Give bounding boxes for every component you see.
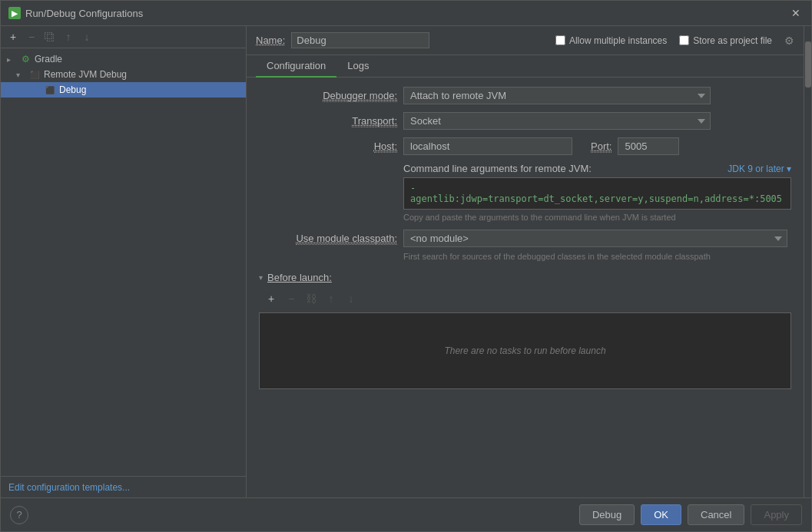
module-classpath-select[interactable]: <no module>: [403, 230, 787, 247]
config-header: Name: Allow multiple instances Store as …: [247, 26, 804, 55]
help-button[interactable]: ?: [10, 506, 28, 524]
tab-logs[interactable]: Logs: [336, 55, 379, 78]
sidebar-label-gradle: Gradle: [35, 54, 62, 64]
collapse-arrow-icon: ▾: [259, 273, 263, 282]
run-debug-configurations-dialog: ▶ Run/Debug Configurations ✕ + − ⿻ ↑ ↓ ▸…: [0, 0, 812, 532]
debugger-mode-select[interactable]: Attach to remote JVM: [403, 87, 711, 104]
configuration-panel: Debugger mode: Attach to remote JVM Tran…: [247, 78, 804, 497]
before-launch-section: ▾ Before launch: + − ⛓ ↑ ↓ There are no …: [259, 272, 791, 389]
host-label: Host:: [259, 140, 397, 152]
sidebar-toolbar: + − ⿻ ↑ ↓: [1, 26, 246, 48]
cmd-args-value: -agentlib:jdwp=transport=dt_socket,serve…: [410, 183, 782, 204]
before-launch-header[interactable]: ▾ Before launch:: [259, 272, 791, 283]
expand-arrow-remote-jvm: ▾: [16, 71, 25, 79]
move-up-button[interactable]: ↑: [61, 29, 76, 45]
debugger-mode-row: Debugger mode: Attach to remote JVM: [259, 87, 791, 104]
debug-button[interactable]: Debug: [579, 504, 635, 525]
bottom-bar: ? Debug OK Cancel Apply: [1, 497, 811, 531]
before-launch-toolbar: + − ⛓ ↑ ↓: [259, 288, 791, 309]
allow-multiple-option[interactable]: Allow multiple instances: [555, 35, 667, 46]
edit-templates-link[interactable]: Edit configuration templates...: [8, 482, 130, 493]
before-launch-add-button[interactable]: +: [263, 291, 279, 306]
sidebar-label-remote-jvm: Remote JVM Debug: [44, 69, 127, 80]
transport-row: Transport: Socket: [259, 112, 791, 130]
sidebar-item-debug[interactable]: ▸ ⬛ Debug: [1, 82, 246, 97]
ok-button[interactable]: OK: [641, 504, 681, 525]
title-bar: ▶ Run/Debug Configurations ✕: [1, 1, 811, 26]
close-button[interactable]: ✕: [788, 5, 804, 21]
move-down-button[interactable]: ↓: [79, 29, 94, 45]
apply-button[interactable]: Apply: [751, 504, 802, 525]
cmd-args-hint: Copy and paste the arguments to the comm…: [403, 213, 791, 222]
sidebar-item-remote-jvm[interactable]: ▾ ⬛ Remote JVM Debug: [1, 67, 246, 82]
debugger-mode-control: Attach to remote JVM: [403, 87, 711, 104]
title-bar-left: ▶ Run/Debug Configurations: [8, 7, 143, 19]
store-as-project-checkbox[interactable]: [679, 35, 689, 45]
transport-select[interactable]: Socket: [403, 112, 711, 130]
module-classpath-hint: First search for sources of the debugged…: [403, 252, 791, 261]
jdk-version-link[interactable]: JDK 9 or later ▾: [727, 164, 791, 174]
action-buttons: Debug OK Cancel Apply: [579, 504, 802, 525]
remote-jvm-icon: ⬛: [28, 68, 41, 81]
name-field-label: Name:: [256, 35, 285, 46]
cmd-args-box: -agentlib:jdwp=transport=dt_socket,serve…: [403, 177, 791, 210]
host-port-row: Host: Port:: [259, 137, 791, 155]
transport-label: Transport:: [259, 115, 397, 127]
cancel-button[interactable]: Cancel: [688, 504, 744, 525]
right-panel: Name: Allow multiple instances Store as …: [247, 26, 804, 497]
name-row: Name:: [256, 32, 429, 48]
allow-multiple-label: Allow multiple instances: [569, 35, 667, 46]
debug-item-icon: ⬛: [44, 84, 56, 96]
remove-config-button[interactable]: −: [24, 29, 39, 45]
module-classpath-row: Use module classpath: <no module>: [259, 230, 791, 247]
before-launch-up-button[interactable]: ↑: [323, 291, 339, 306]
before-launch-empty-message: There are no tasks to run before launch: [444, 345, 605, 356]
before-launch-down-button[interactable]: ↓: [343, 291, 359, 306]
store-settings-icon[interactable]: ⚙: [784, 35, 794, 47]
allow-multiple-checkbox[interactable]: [555, 35, 565, 45]
debugger-mode-label: Debugger mode:: [259, 90, 397, 101]
sidebar-item-gradle[interactable]: ▸ ⚙ Gradle: [1, 51, 246, 67]
right-scrollbar[interactable]: [804, 26, 811, 497]
app-icon: ▶: [8, 7, 21, 19]
cmd-args-label: Command line arguments for remote JVM:: [403, 163, 592, 174]
store-as-project-label: Store as project file: [693, 35, 772, 46]
header-options: Allow multiple instances Store as projec…: [555, 35, 794, 47]
module-classpath-control: <no module>: [403, 230, 787, 247]
store-as-project-option[interactable]: Store as project file: [679, 35, 772, 46]
expand-arrow-gradle: ▸: [7, 55, 16, 64]
transport-control: Socket: [403, 112, 711, 130]
add-config-button[interactable]: +: [5, 29, 21, 45]
sidebar-footer: Edit configuration templates...: [1, 476, 246, 497]
copy-config-button[interactable]: ⿻: [42, 29, 58, 45]
cmd-args-header: Command line arguments for remote JVM: J…: [403, 163, 791, 174]
main-content: + − ⿻ ↑ ↓ ▸ ⚙ Gradle ▾ ⬛ Remote JVM Debu…: [1, 26, 811, 497]
port-input[interactable]: [618, 137, 679, 155]
tabs-bar: Configuration Logs: [247, 55, 804, 78]
scrollbar-thumb[interactable]: [805, 41, 811, 88]
gradle-icon: ⚙: [19, 53, 31, 65]
port-label: Port:: [591, 140, 611, 152]
before-launch-link-button[interactable]: ⛓: [303, 291, 319, 306]
sidebar-tree: ▸ ⚙ Gradle ▾ ⬛ Remote JVM Debug ▸ ⬛ Debu…: [1, 48, 246, 476]
host-input[interactable]: [403, 137, 572, 155]
before-launch-list: There are no tasks to run before launch: [259, 312, 791, 389]
sidebar: + − ⿻ ↑ ↓ ▸ ⚙ Gradle ▾ ⬛ Remote JVM Debu…: [1, 26, 247, 497]
dialog-title: Run/Debug Configurations: [25, 8, 143, 19]
before-launch-remove-button[interactable]: −: [283, 291, 299, 306]
module-classpath-label: Use module classpath:: [259, 233, 397, 244]
sidebar-label-debug: Debug: [59, 84, 86, 95]
tab-configuration[interactable]: Configuration: [256, 55, 336, 78]
name-input[interactable]: [291, 32, 429, 48]
before-launch-title: Before launch:: [267, 272, 332, 283]
